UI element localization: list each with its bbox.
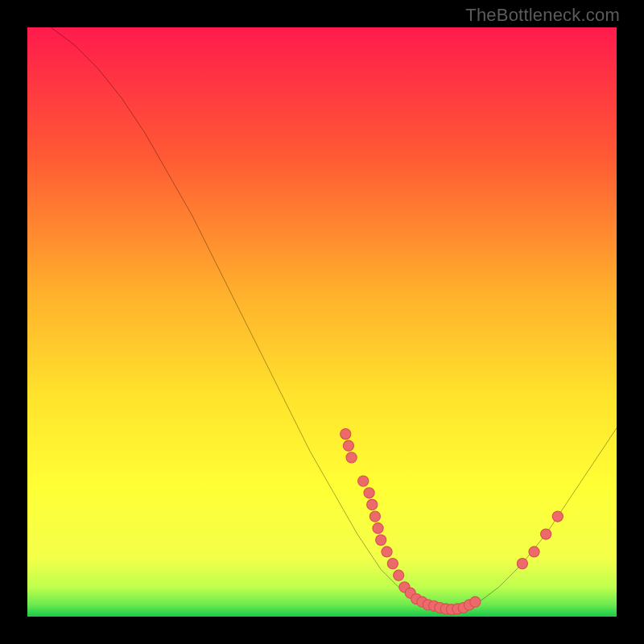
data-marker [529,547,539,557]
data-marker [358,476,369,486]
data-marker [517,559,527,569]
data-marker [346,452,357,463]
data-marker [376,535,386,545]
data-marker [387,559,398,569]
data-marker [470,597,481,607]
data-marker [552,511,563,522]
bottleneck-curve [27,27,617,617]
plot-area [27,27,617,617]
watermark-text: TheBottleneck.com [465,5,620,26]
data-marker [364,488,374,498]
data-marker [373,523,383,534]
data-marker [541,529,551,539]
data-marker [394,570,404,580]
chart-frame: TheBottleneck.com [0,0,644,644]
data-marker [369,511,380,522]
data-marker [382,547,392,557]
data-marker [367,499,378,510]
data-marker [341,428,351,439]
data-marker [343,440,353,451]
